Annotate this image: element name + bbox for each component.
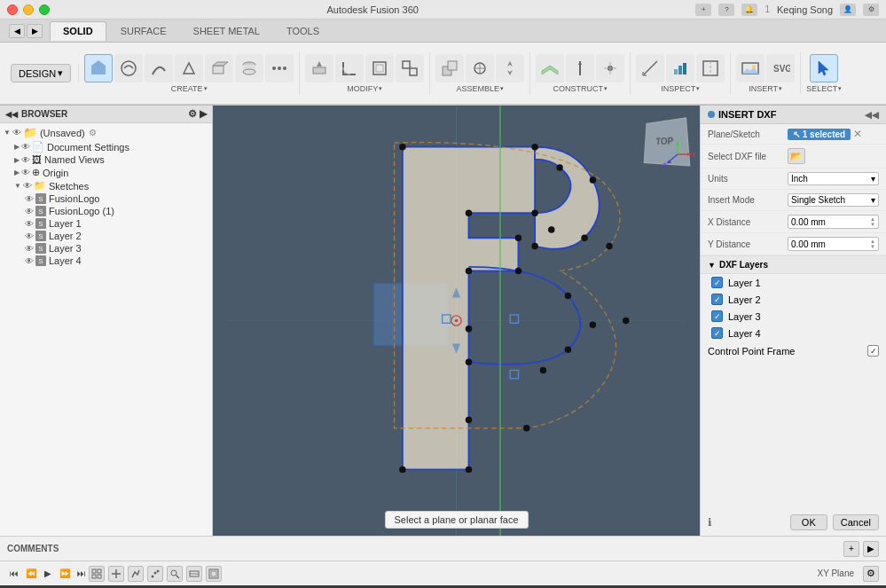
display-mode-icon[interactable] [186,566,202,582]
modify-press-pull-icon[interactable] [305,54,333,82]
plane-clear-button[interactable]: ✕ [853,128,862,140]
create-sweep-icon[interactable] [145,54,173,82]
canvas-icon[interactable] [206,566,222,582]
browser-item-fusionlogo[interactable]: 👁 S FusionLogo [0,192,212,205]
construct-label[interactable]: CONSTRUCT ▾ [553,84,608,93]
browser-item-layer3[interactable]: 👁 S Layer 3 [0,242,212,255]
notification-icon[interactable]: 🔔 [741,4,757,16]
browser-item-root[interactable]: ▼ 👁 📁 (Unsaved) ⚙ [0,125,212,140]
y-distance-field[interactable]: 0.00 mm ▲ ▼ [788,237,879,251]
browser-item-origin[interactable]: ▶ 👁 ⊕ Origin [0,166,212,179]
insert-image-icon[interactable] [736,54,764,82]
modify-fillet-icon[interactable] [335,54,364,82]
grid-icon[interactable] [89,566,105,582]
create-label[interactable]: CREATE ▾ [171,84,208,93]
browser-item-layer2[interactable]: 👁 S Layer 2 [0,230,212,242]
nav-back[interactable]: ◀ [9,24,25,38]
layer3-checkbox[interactable]: ✓ [711,310,723,322]
browser-settings-icon[interactable]: ⚙ [188,108,197,120]
settings-icon[interactable]: ⚙ [863,4,879,16]
comments-expand-icon[interactable]: ▶ [863,541,879,557]
select-label[interactable]: SELECT ▾ [806,84,842,93]
nav-forward[interactable]: ▶ [27,24,43,38]
ortho-icon[interactable] [108,566,124,582]
tab-surface[interactable]: SURFACE [108,21,179,41]
prev-start-button[interactable]: ⏮ [7,567,21,581]
insert-label[interactable]: INSERT ▾ [749,84,782,93]
assemble-dropdown-arrow: ▾ [500,85,504,92]
assemble-new-component-icon[interactable] [435,54,464,82]
svg-text:SVG: SVG [773,64,790,74]
construct-plane-icon[interactable] [536,54,564,82]
modify-label[interactable]: MODIFY ▾ [347,84,382,93]
create-more-icon[interactable] [265,54,294,82]
modify-scale-icon[interactable] [396,54,424,82]
layer2-checkbox[interactable]: ✓ [711,294,723,305]
svg-rect-90 [98,575,101,578]
create-extrude-icon[interactable] [84,54,113,82]
browser-back-icon[interactable]: ◀◀ [5,110,18,119]
layer1-checkbox[interactable]: ✓ [711,277,723,288]
insert-svg-icon[interactable]: SVG [766,54,795,82]
assemble-joint-icon[interactable] [466,54,494,82]
create-revolve-icon[interactable] [114,54,143,82]
prev-button[interactable]: ⏪ [24,567,38,581]
inspect-section-icon[interactable] [696,54,725,82]
close-button[interactable] [7,4,18,15]
comments-add-icon[interactable]: + [843,541,859,557]
modify-shell-icon[interactable] [365,54,394,82]
x-distance-field[interactable]: 0.00 mm ▲ ▼ [788,215,879,229]
browser-item-layer4[interactable]: 👁 S Layer 4 [0,255,212,267]
design-button[interactable]: DESIGN ▾ [11,64,71,82]
browser-item-doc-settings[interactable]: ▶ 👁 📄 Document Settings [0,140,212,153]
tab-solid[interactable]: SOLID [50,21,106,41]
next-button[interactable]: ⏩ [58,567,72,581]
settings-gear-button[interactable]: ⚙ [863,566,879,582]
construct-point-icon[interactable] [596,54,624,82]
browser-item-label-layer2: Layer 2 [49,231,82,241]
user-avatar[interactable]: 👤 [840,4,856,16]
info-icon[interactable]: ℹ [708,516,712,529]
window-controls[interactable] [7,4,50,15]
inspect-analysis-icon[interactable] [666,54,694,82]
sketch-icon-bottom[interactable] [128,566,144,582]
browser-item-named-views[interactable]: ▶ 👁 🖼 Named Views [0,153,212,166]
construct-axis-icon[interactable] [566,54,594,82]
create-box-icon[interactable] [205,54,233,82]
add-icon[interactable]: + [695,4,711,16]
tab-tools[interactable]: TOOLS [274,21,332,41]
next-end-button[interactable]: ⏭ [74,567,89,581]
units-dropdown[interactable]: Inch ▾ [788,172,879,185]
inspect-measure-icon[interactable] [636,54,664,82]
browser-expand-icon[interactable]: ▶ [200,108,207,120]
select-cursor-icon[interactable] [810,54,838,82]
browser-item-sketches[interactable]: ▼ 👁 📁 Sketches [0,179,212,192]
assemble-move-icon[interactable] [496,54,524,82]
assemble-label[interactable]: ASSEMBLE ▾ [456,84,504,93]
browser-item-label-layer3: Layer 3 [49,243,82,254]
create-loft-icon[interactable] [175,54,203,82]
panel-collapse-icon[interactable]: ◀◀ [865,110,879,120]
create-cylinder-icon[interactable] [235,54,263,82]
layer4-checkbox[interactable]: ✓ [711,327,723,339]
points-icon[interactable] [147,566,163,582]
root-settings-icon[interactable]: ⚙ [89,128,97,137]
play-button[interactable]: ▶ [41,567,55,581]
dxf-layers-header[interactable]: ▼ DXF Layers [701,255,886,274]
browser-item-fusionlogo1[interactable]: 👁 S FusionLogo (1) [0,205,212,217]
tab-sheet-metal[interactable]: SHEET METAL [181,21,272,41]
select-file-button[interactable]: 📂 [788,148,805,164]
canvas-area[interactable]: TOP X Y Z [213,106,700,536]
inspect-label[interactable]: INSPECT ▾ [661,84,700,93]
minimize-button[interactable] [23,4,34,15]
inspect-dropdown-arrow: ▾ [696,85,700,92]
cancel-button[interactable]: Cancel [833,514,879,530]
browser-item-layer1[interactable]: 👁 S Layer 1 [0,217,212,230]
select-dropdown-arrow: ▾ [838,85,842,92]
maximize-button[interactable] [39,4,50,15]
ok-button[interactable]: OK [790,514,827,530]
insert-mode-dropdown[interactable]: Single Sketch ▾ [788,193,879,207]
help-icon[interactable]: ? [718,4,734,16]
control-point-checkbox[interactable]: ✓ [867,345,879,357]
zoom-icon[interactable] [167,566,183,582]
